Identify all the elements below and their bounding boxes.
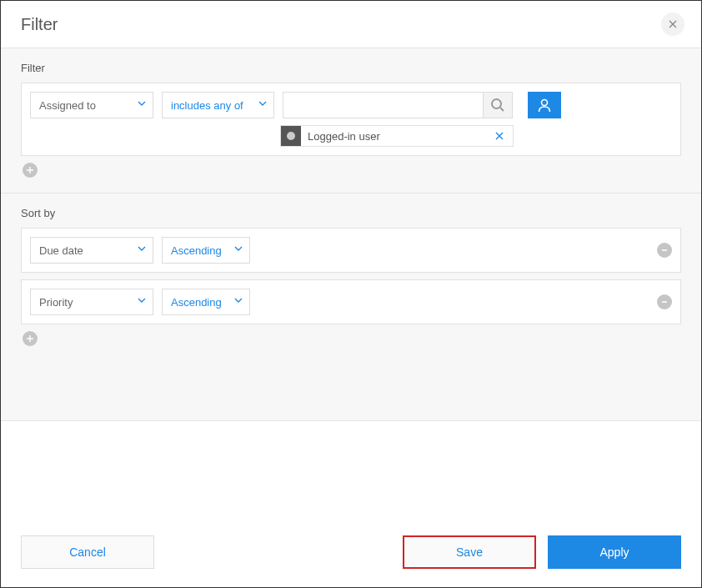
dialog-header: Filter [1,1,701,48]
sort-row-panel: Priority Ascending [21,279,681,324]
close-icon [669,20,677,28]
cancel-button[interactable]: Cancel [21,535,154,569]
add-sort-button[interactable] [23,331,38,346]
dialog-title: Filter [21,15,58,34]
sort-direction-value: Ascending [171,244,222,257]
logged-in-user-icon [281,126,301,146]
minus-icon [660,298,669,306]
sort-field-value: Due date [39,244,83,257]
chip-remove-button[interactable] [493,129,506,143]
sort-row-panel: Due date Ascending [21,228,681,273]
sort-section-label: Sort by [21,207,681,219]
filter-section-label: Filter [21,62,681,74]
save-button[interactable]: Save [403,535,536,569]
filter-row-panel: Assigned to includes any of [21,83,681,156]
filter-operator-select[interactable]: includes any of [162,92,274,118]
close-button[interactable] [661,13,684,36]
plus-icon [26,166,34,174]
filter-chip-label: Logged-in user [308,130,493,143]
sort-row: Due date Ascending [30,237,672,264]
minus-icon [660,246,669,254]
chevron-down-icon [138,101,146,109]
search-button[interactable] [483,92,513,118]
plus-icon [26,334,34,343]
filter-dialog: Filter Filter Assigned to includes any o… [0,0,702,588]
remove-sort-row-button[interactable] [657,243,672,258]
sort-field-value: Priority [39,296,73,309]
filter-section: Filter Assigned to includes any of [1,48,701,193]
chevron-down-icon [234,298,243,306]
person-picker-button[interactable] [528,92,561,118]
filter-row: Assigned to includes any of [30,92,672,118]
filter-value-search [283,92,513,118]
svg-point-1 [542,100,548,106]
filter-chip: Logged-in user [280,125,514,147]
sort-direction-value: Ascending [171,296,222,309]
filter-field-select[interactable]: Assigned to [30,92,153,118]
sort-direction-select[interactable]: Ascending [162,289,250,315]
chevron-down-icon [258,101,267,109]
sort-field-select[interactable]: Priority [30,289,153,315]
chevron-down-icon [138,246,146,254]
filter-chip-area: Logged-in user [280,125,514,147]
chevron-down-icon [234,246,243,254]
svg-point-0 [492,99,501,108]
sort-field-select[interactable]: Due date [30,237,153,264]
dialog-footer: Cancel Save Apply [1,420,701,587]
remove-sort-row-button[interactable] [657,294,672,309]
apply-button[interactable]: Apply [548,535,681,569]
sort-section: Sort by Due date Ascending [1,193,701,361]
search-icon [490,98,505,113]
filter-field-value: Assigned to [39,99,96,112]
sort-row: Priority Ascending [30,289,672,315]
sort-direction-select[interactable]: Ascending [162,237,250,264]
dialog-content: Filter Assigned to includes any of [1,48,701,420]
chevron-down-icon [138,298,146,306]
filter-value-input[interactable] [283,92,483,118]
filter-operator-value: includes any of [171,99,243,112]
close-icon [495,132,504,140]
add-filter-button[interactable] [23,163,38,178]
person-icon [536,97,553,113]
